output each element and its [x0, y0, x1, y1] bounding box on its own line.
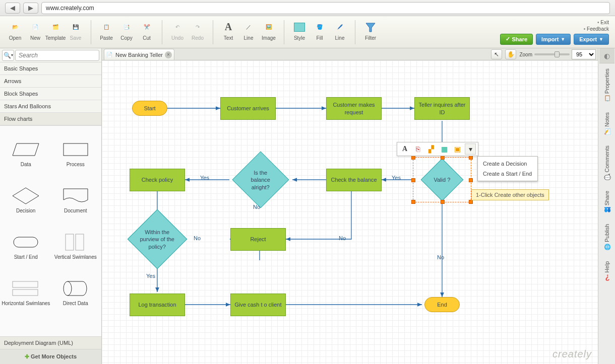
pan-tool-button[interactable]: ✋	[505, 49, 516, 59]
shape-decision[interactable]: Decision	[1, 176, 51, 223]
edge-label: Yes	[392, 175, 401, 181]
search-input[interactable]	[15, 50, 99, 61]
node-end[interactable]: End	[424, 297, 460, 312]
category-stars-balloons[interactable]: Stars And Balloons	[0, 100, 101, 113]
node-customer-request[interactable]: Customer makes request	[326, 97, 382, 120]
tooltip-label: 1-Click Create other objects	[471, 189, 549, 200]
template-button[interactable]: 🗂️Template	[45, 19, 66, 42]
cut-button[interactable]: ✂️Cut	[137, 19, 157, 42]
rail-expand-button[interactable]: ◐	[599, 48, 614, 63]
svg-point-9	[64, 281, 72, 296]
context-toolbar: A ⎘ ▞ ▦ ▣ ▾	[397, 142, 478, 156]
ctb-shape-icon[interactable]: ▣	[452, 143, 463, 155]
url-input[interactable]	[41, 2, 610, 14]
edge-label: No	[437, 254, 444, 260]
edge-label: Yes	[146, 273, 155, 279]
category-basic-shapes[interactable]: Basic Shapes	[0, 62, 101, 75]
open-button[interactable]: 📂Open	[5, 19, 25, 42]
canvas[interactable]: Start Customer arrives Customer makes re…	[102, 60, 598, 364]
node-within-policy-decision[interactable]: Within the purview of the policy?	[128, 209, 188, 269]
undo-button[interactable]: ↶Undo	[167, 19, 188, 42]
filter-button[interactable]: Filter	[360, 19, 381, 42]
rail-notes[interactable]: 📝Notes	[602, 107, 611, 140]
ctb-more-icon[interactable]: ▾	[465, 143, 476, 155]
node-balance-ok-decision[interactable]: Is the balance alright?	[232, 151, 289, 208]
svg-marker-3	[13, 188, 39, 204]
share-button[interactable]: ✓ Share	[500, 34, 533, 45]
exit-link[interactable]: Exit	[584, 20, 609, 25]
get-more-objects-button[interactable]: Get More Objects	[0, 349, 101, 364]
shape-document[interactable]: Document	[51, 176, 101, 223]
rail-share[interactable]: 👥Share	[602, 186, 611, 219]
shape-vswim[interactable]: Vertical Swimlanes	[51, 223, 101, 269]
text-tool-button[interactable]: AText	[218, 19, 238, 42]
feedback-link[interactable]: Feedback	[584, 26, 609, 32]
document-tab[interactable]: New Banking Teller ×	[104, 49, 174, 60]
zoom-slider[interactable]	[534, 53, 570, 55]
menu-create-start-end[interactable]: Create a Start / End	[478, 169, 537, 179]
ctb-arrange-icon[interactable]: ▞	[425, 143, 437, 155]
node-start[interactable]: Start	[132, 101, 167, 116]
rail-comments[interactable]: 💬Comments	[602, 140, 611, 186]
paste-button[interactable]: 📋Paste	[96, 19, 116, 42]
new-button[interactable]: 📄New	[25, 19, 45, 42]
node-teller-inquires[interactable]: Teller inquires after ID	[414, 97, 470, 120]
shape-direct-data[interactable]: Direct Data	[51, 269, 101, 315]
tab-label: New Banking Teller	[115, 52, 163, 58]
node-check-balance[interactable]: Check the balance	[326, 169, 382, 191]
rail-publish[interactable]: 🌐Publish	[602, 219, 611, 256]
node-reject[interactable]: Reject	[230, 228, 286, 251]
zoom-select[interactable]: 95	[572, 49, 596, 59]
export-button[interactable]: Export ▼	[574, 34, 609, 45]
copy-button[interactable]: 📑Copy	[116, 19, 137, 42]
style-button[interactable]: Style	[289, 19, 310, 42]
shape-data[interactable]: Data	[1, 130, 51, 176]
category-flow-charts[interactable]: Flow charts	[0, 113, 101, 125]
image-tool-button[interactable]: 🖼️Image	[259, 19, 279, 42]
save-button[interactable]: 💾Save	[66, 19, 86, 42]
line-style-button[interactable]: 🖊️Line	[330, 19, 350, 42]
context-menu: Create a Decision Create a Start / End	[477, 156, 538, 181]
edge-label: No	[194, 235, 201, 241]
category-arrows[interactable]: Arrows	[0, 75, 101, 88]
shape-hswim[interactable]: Horizontal Swimlanes	[1, 269, 51, 315]
svg-rect-5	[66, 234, 74, 250]
search-icon[interactable]: 🔍▾	[2, 50, 14, 61]
svg-marker-1	[13, 143, 39, 156]
menu-create-decision[interactable]: Create a Decision	[478, 159, 537, 169]
edge-label: No	[339, 235, 346, 241]
category-block-shapes[interactable]: Block Shapes	[0, 88, 101, 100]
svg-rect-7	[13, 281, 38, 287]
zoom-label: Zoom	[519, 52, 532, 57]
ctb-connector-icon[interactable]: ⎘	[412, 143, 423, 155]
nav-forward-button[interactable]: ▶	[23, 3, 38, 14]
selection-outline	[413, 157, 471, 202]
node-check-policy[interactable]: Check policy	[130, 169, 185, 191]
rail-help[interactable]: ❓Help	[602, 256, 611, 286]
node-give-cash[interactable]: Give cash t o client	[230, 294, 286, 316]
svg-rect-6	[76, 234, 84, 250]
shape-start-end[interactable]: Start / End	[1, 223, 51, 269]
redo-button[interactable]: ↷Redo	[188, 19, 208, 42]
svg-rect-2	[64, 143, 88, 156]
edge-label: No	[253, 204, 260, 210]
node-log-transaction[interactable]: Log transaction	[130, 294, 185, 316]
import-button[interactable]: Import ▼	[536, 34, 571, 45]
shape-process[interactable]: Process	[51, 130, 101, 176]
node-customer-arrives[interactable]: Customer arrives	[220, 97, 276, 120]
nav-back-button[interactable]: ◀	[5, 3, 20, 14]
svg-rect-4	[14, 237, 38, 247]
svg-rect-8	[13, 289, 38, 296]
ctb-table-icon[interactable]: ▦	[439, 143, 450, 155]
line-tool-button[interactable]: ／Line	[238, 19, 259, 42]
svg-marker-0	[366, 23, 375, 32]
rail-properties[interactable]: 📋Properties	[602, 63, 611, 107]
pointer-tool-button[interactable]: ↖	[491, 49, 502, 59]
ctb-text-icon[interactable]: A	[399, 143, 410, 155]
edge-label: Yes	[200, 175, 209, 181]
sidebar-footer-category[interactable]: Deployment Diagram (UML)	[0, 336, 101, 349]
fill-button[interactable]: 🪣Fill	[310, 19, 330, 42]
tab-close-icon[interactable]: ×	[165, 51, 172, 58]
brand-logo: creately	[552, 348, 592, 360]
